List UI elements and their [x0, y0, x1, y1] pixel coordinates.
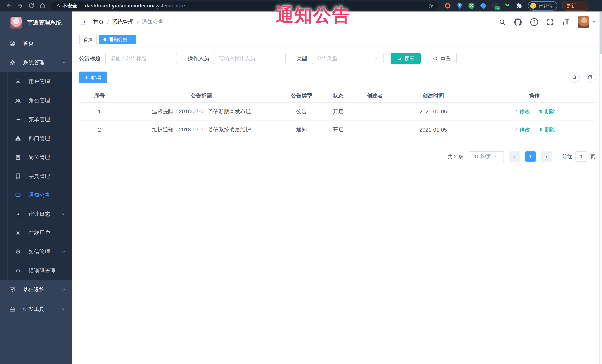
breadcrumb-system[interactable]: 系统管理 — [112, 18, 134, 26]
url-host: dashboard.yudao.iocoder.cn — [85, 3, 153, 9]
sidebar-item-menus[interactable]: 菜单管理 — [0, 110, 72, 129]
sidebar-item-departments[interactable]: 部门管理 — [0, 129, 72, 148]
notice-type-select[interactable]: 公告类型 — [312, 53, 384, 64]
breadcrumb: 首页 / 系统管理 / 通知公告 — [93, 18, 163, 26]
tab-close-icon[interactable]: × — [129, 37, 132, 42]
page-scrollbar[interactable] — [599, 11, 602, 364]
sidebar-item-dictionary[interactable]: 字典管理 — [0, 167, 72, 186]
user-avatar[interactable] — [578, 16, 589, 28]
extensions-puzzle-icon[interactable] — [516, 2, 522, 9]
delete-link[interactable]: 删除 — [538, 126, 555, 133]
github-icon[interactable] — [514, 18, 522, 26]
browser-menu-kebab-icon[interactable]: ⋮ — [579, 3, 585, 8]
emoji-avatar-icon — [530, 3, 536, 9]
goto-page: 前往 页 — [562, 151, 595, 162]
tab-home[interactable]: 首页 — [79, 35, 97, 44]
trash-icon — [538, 127, 543, 132]
extension-gem-icon[interactable] — [480, 2, 487, 9]
book-icon — [14, 173, 22, 179]
edit-link[interactable]: 修改 — [513, 126, 530, 133]
add-button[interactable]: + 新增 — [79, 72, 107, 83]
refresh-icon — [433, 56, 438, 61]
briefcase-icon — [8, 306, 17, 312]
notice-title-input[interactable] — [105, 53, 177, 64]
sidebar-item-posts[interactable]: 岗位管理 — [0, 148, 72, 167]
col-actions: 操作 — [473, 89, 595, 103]
cell-creator — [356, 103, 393, 121]
sidebar-item-notices[interactable]: 通知公告 — [0, 186, 72, 205]
chevron-up-icon — [62, 60, 66, 65]
sidebar-item-users[interactable]: 用户管理 — [0, 72, 72, 91]
edit-link[interactable]: 修改 — [513, 108, 530, 115]
sidebar-item-label: 审计日志 — [29, 210, 62, 218]
url-path: /system/notice — [153, 3, 185, 9]
refresh-table-button[interactable] — [585, 72, 595, 83]
search-button[interactable]: 搜索 — [391, 53, 421, 64]
sidebar-item-system[interactable]: 系统管理 — [0, 53, 72, 72]
search-icon[interactable] — [499, 19, 506, 26]
app-logo[interactable]: 芋道管理系统 — [0, 11, 72, 34]
operator-input[interactable] — [214, 53, 286, 64]
page-content: 公告标题 操作人员 类型 公告类型 — [72, 46, 602, 364]
gear-icon — [8, 60, 17, 66]
sidebar-item-home[interactable]: 首页 — [0, 34, 72, 53]
next-page-button[interactable]: › — [541, 151, 552, 162]
sidebar-item-online-users[interactable]: 在线用户 — [0, 224, 72, 242]
help-icon[interactable]: ? — [530, 18, 538, 26]
address-bar[interactable]: ⚠ 不安全 dashboard.yudao.iocoder.cn /system… — [51, 1, 438, 10]
breadcrumb-home[interactable]: 首页 — [93, 18, 104, 26]
sidebar-item-label: 字典管理 — [29, 173, 66, 180]
sidebar-item-infrastructure[interactable]: 基础设施 — [0, 280, 72, 300]
sidebar-item-error-codes[interactable]: 错误码管理 — [0, 261, 72, 280]
cell-actions: 修改 删除 — [473, 103, 595, 121]
sidebar-item-roles[interactable]: 角色管理 — [0, 91, 72, 110]
sidebar-item-label: 部门管理 — [29, 135, 66, 142]
pencil-icon — [513, 127, 518, 132]
col-created: 创建时间 — [393, 89, 473, 103]
cell-seq: 2 — [79, 121, 120, 139]
sidebar-item-label: 首页 — [23, 40, 66, 47]
browser-back-icon[interactable] — [5, 1, 13, 10]
security-label[interactable]: 不安全 — [63, 3, 77, 9]
sidebar-item-audit-log[interactable]: 审计日志 — [0, 205, 72, 224]
profile-paused-chip[interactable]: 已暂停 — [528, 1, 557, 10]
scrollbar-thumb[interactable] — [600, 12, 602, 54]
goto-page-input[interactable] — [575, 151, 587, 162]
reset-button[interactable]: 重置 — [427, 53, 457, 64]
prev-page-button[interactable]: ‹ — [509, 151, 520, 162]
notices-table: 序号 公告标题 公告类型 状态 创建者 创建时间 操作 1 温馨提醒：2018-… — [79, 89, 595, 139]
sidebar-collapse-icon[interactable] — [79, 18, 87, 26]
monitor-icon — [8, 287, 17, 293]
avatar-caret-down-icon[interactable]: ▾ — [593, 20, 595, 24]
sidebar-item-dev-tools[interactable]: 研发工具 — [0, 300, 72, 319]
table-header-row: 序号 公告标题 公告类型 状态 创建者 创建时间 操作 — [79, 89, 595, 103]
page-size-select[interactable]: 10条/页 — [469, 151, 504, 162]
extension-orange-ring-icon[interactable] — [444, 2, 451, 9]
font-size-icon[interactable]: TT — [562, 18, 569, 26]
fullscreen-icon[interactable] — [547, 19, 554, 26]
toggle-search-button[interactable] — [569, 72, 580, 83]
sidebar-item-label: 在线用户 — [29, 229, 66, 237]
filter-operator-label: 操作人员 — [188, 55, 209, 62]
extension-sprout-icon[interactable] — [504, 2, 510, 9]
sidebar-item-label: 短信管理 — [29, 248, 62, 256]
browser-reload-icon[interactable] — [27, 1, 36, 10]
bookmark-star-icon[interactable]: ☆ — [428, 3, 433, 9]
tab-notices[interactable]: 通知公告 × — [99, 35, 136, 44]
breadcrumb-current: 通知公告 — [142, 18, 163, 26]
sidebar-item-sms[interactable]: 短信管理 — [0, 242, 72, 261]
filter-type-group: 类型 公告类型 — [296, 53, 384, 64]
page-1-button[interactable]: 1 — [525, 151, 536, 162]
edit-log-icon — [14, 211, 22, 217]
browser-home-icon[interactable] — [38, 1, 47, 10]
extension-dark-icon[interactable]: on — [492, 2, 498, 9]
sidebar: 芋道管理系统 首页 系统管理 用户管理 — [0, 11, 72, 364]
sidebar-item-label: 角色管理 — [29, 97, 66, 104]
browser-update-button[interactable]: 更新 ⋮ — [562, 1, 589, 11]
total-count: 共 2 条 — [448, 153, 463, 160]
delete-link[interactable]: 删除 — [538, 108, 555, 115]
browser-forward-icon[interactable] — [16, 1, 24, 10]
extension-pin-icon[interactable] — [456, 2, 463, 9]
extension-green-circle-icon[interactable] — [468, 2, 475, 9]
browser-toolbar: ⚠ 不安全 dashboard.yudao.iocoder.cn /system… — [0, 0, 602, 11]
